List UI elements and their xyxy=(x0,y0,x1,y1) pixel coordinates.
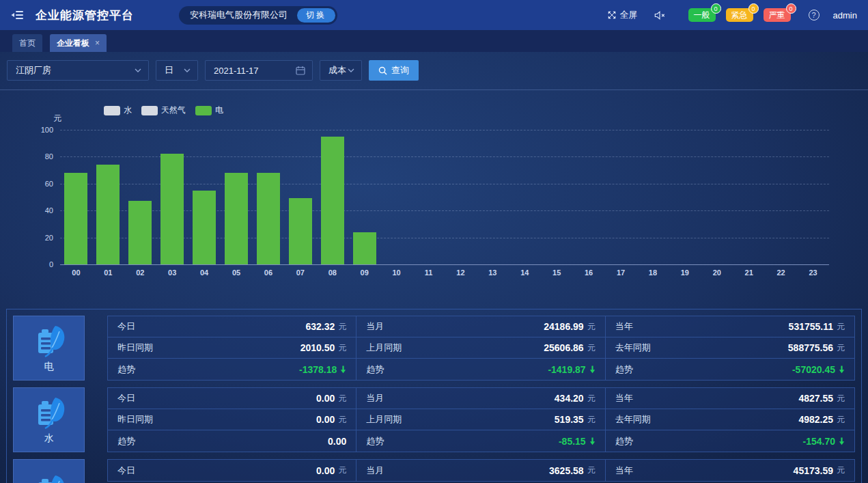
stat-value: 434.20 xyxy=(555,393,584,404)
stat-label: 今日 xyxy=(117,320,135,333)
stat-cell: 昨日同期0.00元 xyxy=(108,409,356,430)
y-axis-label: 20 xyxy=(5,234,53,242)
user-name[interactable]: admin xyxy=(833,10,857,20)
energy-summary-panel: 电今日632.32元当月24186.99元当年531755.11元昨日同期201… xyxy=(6,309,862,483)
stat-value-group: 434.20元 xyxy=(555,393,596,404)
company-selector: 安科瑞电气股份有限公司 切换 xyxy=(179,6,337,25)
tab-bar: 首页 企业看板× xyxy=(0,30,868,52)
legend-swatch xyxy=(104,106,120,115)
stat-value: 0.00 xyxy=(316,414,335,425)
x-axis-label: 19 xyxy=(681,268,689,277)
query-button[interactable]: 查询 xyxy=(369,60,419,81)
site-select[interactable]: 江阴厂房 xyxy=(7,60,149,81)
alarm-badge-紧急[interactable]: 紧急0 xyxy=(726,8,753,22)
x-axis-label: 07 xyxy=(296,268,305,277)
filter-bar: 江阴厂房 日 2021-11-17 成本 查询 xyxy=(0,52,868,81)
stat-value-group: 0.00 xyxy=(328,436,346,447)
tab-home[interactable]: 首页 xyxy=(12,34,42,52)
stat-value: 588775.56 xyxy=(788,342,833,353)
stat-value-group: 588775.56元 xyxy=(788,342,845,354)
alarm-badge-一般[interactable]: 一般0 xyxy=(688,8,716,22)
fullscreen-button[interactable]: 全屏 xyxy=(607,9,638,21)
x-axis-label: 23 xyxy=(809,268,817,277)
stat-unit: 元 xyxy=(837,393,845,404)
stat-value: 45173.59 xyxy=(794,465,833,476)
alarm-badge-严重[interactable]: 严重0 xyxy=(764,8,791,22)
legend-label: 天然气 xyxy=(161,105,186,116)
stat-value: 2010.50 xyxy=(300,342,335,353)
x-axis-label: 20 xyxy=(713,268,721,277)
gridline xyxy=(60,264,829,265)
x-axis-label: 08 xyxy=(328,268,337,277)
stat-value: 0.00 xyxy=(316,465,335,476)
stat-label: 当月 xyxy=(366,320,384,333)
stat-label: 昨日同期 xyxy=(117,413,153,426)
stat-cell: 趋势-57020.45 xyxy=(606,359,854,380)
trend-down-arrow xyxy=(340,365,346,374)
trend-down-arrow xyxy=(589,437,596,445)
period-select[interactable]: 日 xyxy=(156,60,198,81)
date-picker[interactable]: 2021-11-17 xyxy=(205,60,313,81)
stat-label: 今日 xyxy=(117,465,135,477)
stat-cell: 上月同期519.35元 xyxy=(356,409,605,430)
x-axis-label: 04 xyxy=(200,268,208,277)
energy-icon-panel xyxy=(13,459,85,483)
x-axis-label: 16 xyxy=(585,268,593,277)
stat-value-group: 519.35元 xyxy=(555,414,596,426)
chart-legend: 水天然气电 xyxy=(104,105,223,116)
alarm-count-badge: 0 xyxy=(711,3,721,14)
mute-speaker-icon[interactable] xyxy=(654,11,665,20)
stat-label: 当月 xyxy=(366,465,384,477)
stat-unit: 元 xyxy=(587,342,596,354)
header-right: 全屏 一般0紧急0严重0 ? admin xyxy=(607,8,858,22)
stat-value-group: 0.00元 xyxy=(316,465,346,476)
stat-value-group: 0.00元 xyxy=(316,414,346,426)
stat-label: 当年 xyxy=(615,465,633,477)
alarm-count-badge: 0 xyxy=(786,3,796,14)
y-axis-label: 80 xyxy=(5,152,53,161)
stat-value: 0.00 xyxy=(316,393,335,404)
metric-select[interactable]: 成本 xyxy=(320,60,362,81)
alarm-count-badge: 0 xyxy=(748,3,759,14)
x-axis-label: 15 xyxy=(552,268,561,277)
chart-bar xyxy=(193,191,216,264)
stat-value: 632.32 xyxy=(306,321,335,332)
menu-fold-icon[interactable] xyxy=(11,8,25,22)
energy-type-label: 电 xyxy=(44,361,54,373)
stat-unit: 元 xyxy=(587,465,596,476)
chart-bar xyxy=(257,173,280,264)
switch-company-button[interactable]: 切换 xyxy=(297,8,335,23)
trend-down-arrow xyxy=(839,365,845,374)
stat-label: 趋势 xyxy=(117,363,135,376)
chart-bar xyxy=(160,154,184,264)
legend-item-天然气[interactable]: 天然气 xyxy=(141,105,186,116)
stat-cell: 当年4827.55元 xyxy=(606,388,854,409)
chevron-down-icon xyxy=(184,68,191,72)
legend-swatch xyxy=(195,106,212,115)
energy-icon-panel: 水 xyxy=(13,387,85,452)
legend-item-水[interactable]: 水 xyxy=(104,105,132,116)
stat-label: 当年 xyxy=(615,392,633,404)
chevron-down-icon xyxy=(135,68,141,72)
chart-bar xyxy=(225,173,248,264)
stat-label: 趋势 xyxy=(366,435,384,447)
page: 企业能源管控平台 安科瑞电气股份有限公司 切换 全屏 一般0紧急0严重0 ? a… xyxy=(0,0,868,483)
stat-value: -154.70 xyxy=(803,436,835,447)
stat-value-group: -1419.87 xyxy=(548,364,595,375)
tab-enterprise-board[interactable]: 企业看板× xyxy=(50,34,107,52)
stat-cell: 今日0.00元 xyxy=(108,388,356,409)
help-icon[interactable]: ? xyxy=(809,10,820,20)
energy-cost-chart: 水天然气电 元 02040608010000010203040506070809… xyxy=(0,90,868,309)
x-axis-label: 10 xyxy=(393,268,401,277)
y-axis-label: 40 xyxy=(5,206,53,215)
stat-cell: 趋势-154.70 xyxy=(606,430,854,452)
chart-plot: 0204060801000001020304050607080910111213… xyxy=(60,130,829,264)
stat-cell: 上月同期25606.86元 xyxy=(356,337,605,359)
legend-item-电[interactable]: 电 xyxy=(195,105,223,116)
stat-label: 昨日同期 xyxy=(117,342,153,354)
x-axis-label: 18 xyxy=(649,268,657,277)
energy-card: 今日0.00元当月3625.58元当年45173.59元 xyxy=(13,459,855,483)
tab-close-icon[interactable]: × xyxy=(95,38,100,48)
stat-cell: 趋势0.00 xyxy=(108,430,356,452)
x-axis-label: 06 xyxy=(264,268,272,277)
